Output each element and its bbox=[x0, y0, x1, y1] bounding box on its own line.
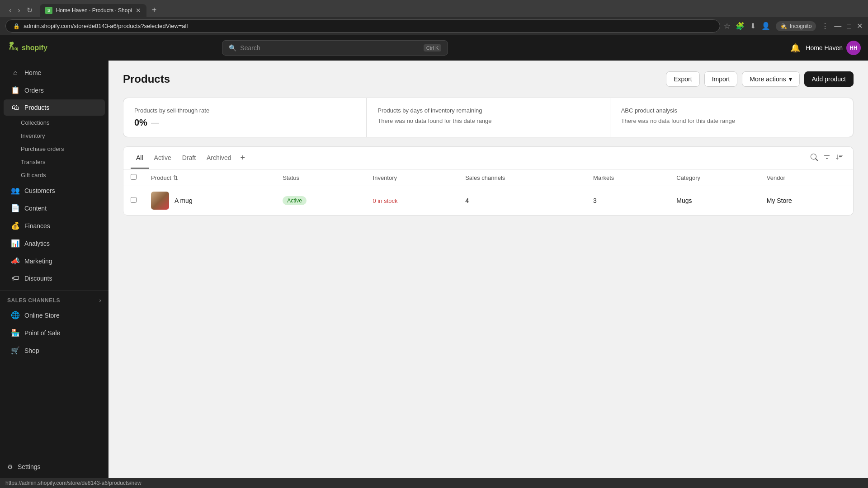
online-store-icon: 🌐 bbox=[11, 311, 20, 319]
notifications-button[interactable]: 🔔 bbox=[790, 43, 800, 53]
table-sort-button[interactable] bbox=[833, 152, 846, 164]
add-tab-button[interactable]: + bbox=[237, 147, 249, 169]
page-header: Products Export Import More actions ▾ Ad… bbox=[123, 71, 854, 87]
sidebar-item-online-store[interactable]: 🌐 Online Store bbox=[4, 307, 105, 324]
more-actions-button[interactable]: More actions ▾ bbox=[742, 71, 799, 87]
tab-close-button[interactable]: ✕ bbox=[136, 7, 141, 14]
back-button[interactable]: ‹ bbox=[7, 5, 13, 16]
refresh-button[interactable]: ↻ bbox=[25, 4, 34, 16]
product-name: A mug bbox=[175, 197, 193, 204]
sidebar-label-marketing: Marketing bbox=[24, 258, 52, 265]
tab-label: Home Haven · Products · Shopi bbox=[56, 7, 132, 14]
sidebar-item-content[interactable]: 📄 Content bbox=[4, 200, 105, 216]
main-content: Products Export Import More actions ▾ Ad… bbox=[108, 61, 868, 478]
analytics-label-1: Products by days of inventory remaining bbox=[377, 107, 599, 114]
sidebar-item-discounts[interactable]: 🏷 Discounts bbox=[4, 270, 105, 286]
sidebar-label-content: Content bbox=[24, 205, 47, 212]
product-cell: A mug bbox=[151, 192, 268, 210]
row-checkbox[interactable] bbox=[131, 197, 137, 203]
analytics-row: Products by sell-through rate 0% — Produ… bbox=[123, 98, 854, 137]
sidebar-item-point-of-sale[interactable]: 🏪 Point of Sale bbox=[4, 324, 105, 341]
browser-actions: ☆ 🧩 ⬇ 👤 🕵 Incognito ⋮ — □ ✕ bbox=[724, 21, 863, 31]
table-filter-button[interactable] bbox=[821, 152, 833, 164]
table-tabs: All Active Draft Archived + bbox=[123, 147, 853, 169]
select-all-checkbox[interactable] bbox=[131, 174, 137, 180]
status-badge: Active bbox=[283, 196, 307, 205]
sidebar-item-orders[interactable]: 📋 Orders bbox=[4, 82, 105, 99]
status-url: https://admin.shopify.com/store/de8143-a… bbox=[5, 480, 142, 486]
chevron-right-icon: › bbox=[99, 297, 102, 304]
settings-icon: ⚙ bbox=[7, 463, 13, 470]
sidebar-item-transfers[interactable]: Transfers bbox=[21, 155, 108, 169]
analytics-value-0: 0% — bbox=[134, 117, 355, 128]
forward-button[interactable]: › bbox=[16, 5, 22, 16]
sales-channels-header[interactable]: Sales channels › bbox=[0, 295, 108, 306]
sidebar-item-purchase-orders[interactable]: Purchase orders bbox=[21, 142, 108, 155]
row-checkbox-cell bbox=[123, 186, 144, 216]
product-table-container: All Active Draft Archived + bbox=[123, 146, 854, 216]
sidebar-item-inventory[interactable]: Inventory bbox=[21, 129, 108, 142]
products-table: Product ⇅ Status Inventory Sales channel… bbox=[123, 169, 853, 215]
app-container: ⌂ Home 📋 Orders 🛍 Products Collections I… bbox=[0, 61, 868, 478]
active-tab[interactable]: S Home Haven · Products · Shopi ✕ bbox=[40, 4, 146, 17]
sidebar-item-finances[interactable]: 💰 Finances bbox=[4, 217, 105, 234]
tab-favicon: S bbox=[45, 7, 52, 14]
sidebar-item-settings[interactable]: ⚙ Settings bbox=[0, 459, 108, 474]
sidebar-item-gift-cards[interactable]: Gift cards bbox=[21, 169, 108, 182]
search-bar[interactable]: 🔍 Search Ctrl K bbox=[222, 40, 448, 56]
download-icon[interactable]: ⬇ bbox=[750, 22, 756, 30]
column-inventory: Inventory bbox=[366, 169, 458, 186]
tab-archived[interactable]: Archived bbox=[201, 148, 236, 169]
sidebar-label-settings: Settings bbox=[18, 463, 41, 470]
extensions-icon[interactable]: 🧩 bbox=[736, 22, 745, 30]
column-product: Product ⇅ bbox=[144, 169, 275, 186]
sort-product[interactable]: Product ⇅ bbox=[151, 174, 268, 181]
url-text: admin.shopify.com/store/de8143-a6/produc… bbox=[24, 23, 188, 29]
tab-all[interactable]: All bbox=[131, 148, 149, 169]
sidebar: ⌂ Home 📋 Orders 🛍 Products Collections I… bbox=[0, 61, 108, 478]
row-category-cell: Mugs bbox=[669, 186, 760, 216]
shopify-logo[interactable]: shopify shopify bbox=[7, 41, 47, 55]
sidebar-item-customers[interactable]: 👥 Customers bbox=[4, 182, 105, 199]
import-button[interactable]: Import bbox=[704, 71, 738, 87]
product-thumbnail bbox=[151, 192, 169, 210]
sidebar-item-analytics[interactable]: 📊 Analytics bbox=[4, 235, 105, 252]
sidebar-label-online-store: Online Store bbox=[24, 312, 60, 319]
bookmark-icon[interactable]: ☆ bbox=[724, 22, 730, 30]
topnav-right: 🔔 Home Haven HH bbox=[790, 41, 861, 55]
status-bar: https://admin.shopify.com/store/de8143-a… bbox=[0, 478, 868, 488]
sidebar-item-marketing[interactable]: 📣 Marketing bbox=[4, 253, 105, 269]
new-tab-button[interactable]: + bbox=[148, 4, 160, 17]
lock-icon: 🔒 bbox=[13, 23, 20, 29]
browser-chrome: ‹ › ↻ S Home Haven · Products · Shopi ✕ … bbox=[0, 0, 868, 35]
url-bar[interactable]: 🔒 admin.shopify.com/store/de8143-a6/prod… bbox=[5, 19, 720, 33]
maximize-icon[interactable]: □ bbox=[847, 22, 851, 30]
sidebar-item-home[interactable]: ⌂ Home bbox=[4, 65, 105, 81]
sidebar-item-collections[interactable]: Collections bbox=[21, 116, 108, 129]
tab-active[interactable]: Active bbox=[149, 148, 177, 169]
orders-icon: 📋 bbox=[11, 86, 20, 94]
search-icon: 🔍 bbox=[229, 44, 236, 52]
table-row[interactable]: A mug Active 0 in stock 4 3 Mugs My Stor… bbox=[123, 186, 853, 216]
table-search-button[interactable] bbox=[808, 152, 821, 164]
tab-draft[interactable]: Draft bbox=[177, 148, 201, 169]
export-button[interactable]: Export bbox=[666, 71, 699, 87]
sidebar-label-finances: Finances bbox=[24, 222, 50, 230]
sidebar-label-point-of-sale: Point of Sale bbox=[24, 329, 60, 337]
sort-icon: ⇅ bbox=[173, 174, 178, 181]
sidebar-item-products[interactable]: 🛍 Products bbox=[4, 99, 105, 116]
sales-channels-label: Sales channels bbox=[7, 297, 60, 304]
marketing-icon: 📣 bbox=[11, 257, 20, 265]
analytics-dash: — bbox=[151, 118, 159, 127]
search-shortcut: Ctrl K bbox=[424, 44, 442, 52]
minimize-icon[interactable]: — bbox=[834, 22, 841, 30]
row-sales-channels-cell: 4 bbox=[458, 186, 586, 216]
sidebar-item-shop[interactable]: 🛒 Shop bbox=[4, 342, 105, 359]
menu-icon[interactable]: ⋮ bbox=[821, 22, 829, 30]
profile-icon[interactable]: 👤 bbox=[761, 22, 770, 30]
add-product-button[interactable]: Add product bbox=[804, 71, 854, 87]
row-status-cell: Active bbox=[275, 186, 365, 216]
close-window-icon[interactable]: ✕ bbox=[857, 22, 863, 30]
shop-icon: 🛒 bbox=[11, 346, 20, 355]
store-badge[interactable]: Home Haven HH bbox=[806, 41, 861, 55]
